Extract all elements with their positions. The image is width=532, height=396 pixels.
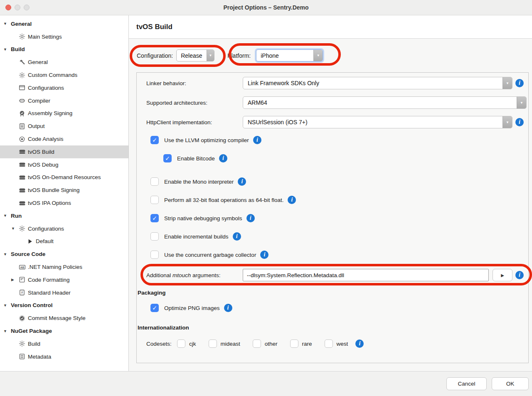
sidebar-item-custom-commands[interactable]: Custom Commands [0, 69, 128, 81]
sidebar-item-configurations[interactable]: Configurations [0, 81, 128, 94]
info-icon[interactable]: i [515, 118, 524, 126]
sidebar-item-label: Commit Message Style [28, 315, 86, 321]
sidebar-item-compiler[interactable]: Compiler [0, 94, 128, 107]
cancel-button[interactable]: Cancel [446, 377, 487, 390]
chevron-down-icon[interactable]: ▼ [502, 77, 512, 89]
option-dropdown[interactable]: ARM64▼ [243, 96, 527, 109]
mtouch-arguments-row: Additional mtouch arguments: ▶ i [146, 268, 527, 282]
mtouch-arguments-label: Additional mtouch arguments: [146, 272, 243, 278]
sidebar-item-net-naming-policies[interactable]: AB.NET Naming Policies [0, 261, 128, 273]
close-window-icon[interactable] [5, 5, 11, 10]
sidebar-item-label: Custom Commands [28, 72, 77, 78]
minimize-window-icon[interactable] [15, 5, 20, 10]
checkbox[interactable]: ✓ [150, 214, 159, 222]
configuration-label: Configuration: [137, 52, 173, 59]
info-icon[interactable]: i [515, 79, 524, 87]
sidebar-item-build[interactable]: Build [0, 337, 128, 350]
chevron-down-icon[interactable]: ▼ [517, 97, 526, 108]
sidebar-item-output[interactable]: Output [0, 120, 128, 133]
checkbox-label: Enable Bitcode [177, 155, 215, 162]
chevron-down-icon[interactable]: ▼ [502, 116, 512, 128]
checkbox[interactable] [150, 251, 159, 259]
codeset-checkbox[interactable] [177, 339, 185, 348]
sidebar-item-tvos-debug[interactable]: tvOS Debug [0, 158, 128, 171]
platform-label: Platform: [227, 52, 251, 59]
expander-down-icon[interactable]: ▼ [3, 214, 11, 218]
platform-dropdown[interactable]: iPhone ▼ [256, 49, 323, 61]
sidebar-item-assembly-signing[interactable]: Assembly Signing [0, 107, 128, 120]
codeset-checkbox[interactable] [209, 339, 217, 348]
sidebar-item-standard-header[interactable]: #Standard Header [0, 286, 128, 299]
sidebar-item-source-code[interactable]: ▼Source Code [0, 248, 128, 261]
window-icon [19, 84, 28, 91]
sidebar-item-label: Output [28, 123, 45, 129]
info-icon[interactable]: i [253, 136, 261, 144]
mtouch-arguments-input[interactable] [243, 269, 489, 281]
expander-down-icon[interactable]: ▼ [3, 252, 11, 256]
expander-down-icon[interactable]: ▼ [3, 22, 11, 26]
sidebar-item-general[interactable]: General [0, 56, 128, 69]
configuration-dropdown[interactable]: Release ▼ [176, 49, 214, 61]
sidebar-item-metadata[interactable]: Metadata [0, 350, 128, 363]
option-row-httpclient-implementation: HttpClient implementation:NSUrlSession (… [146, 116, 527, 128]
internationalization-heading: Internationalization [138, 323, 527, 332]
sidebar-item-tvos-bundle-signing[interactable]: tvOS Bundle Signing [0, 184, 128, 197]
expander-down-icon[interactable]: ▼ [3, 47, 11, 52]
tv-icon [19, 200, 28, 207]
sidebar-item-build[interactable]: ▼Build [0, 43, 128, 56]
sidebar-item-label: Run [11, 213, 22, 219]
expander-down-icon[interactable]: ▼ [3, 329, 11, 333]
sidebar-item-tvos-ipa-options[interactable]: tvOS IPA Options [0, 197, 128, 209]
chevron-down-icon[interactable]: ▼ [313, 50, 323, 61]
gear-icon [19, 225, 28, 232]
checkbox[interactable] [150, 177, 159, 186]
checkbox[interactable]: ✓ [150, 136, 159, 144]
option-value: ARM64 [243, 97, 517, 108]
checkbox[interactable] [150, 232, 159, 241]
info-icon[interactable]: i [246, 214, 255, 222]
info-icon[interactable]: i [224, 304, 232, 312]
sidebar-item-default[interactable]: Default [0, 235, 128, 248]
expander-down-icon[interactable]: ▼ [11, 226, 19, 231]
expander-right-icon[interactable]: ▶ [11, 278, 19, 282]
expander-down-icon[interactable]: ▼ [3, 303, 11, 307]
sidebar-item-nuget-package[interactable]: ▼NuGet Package [0, 325, 128, 337]
info-icon[interactable]: i [219, 154, 227, 162]
sidebar-item-general[interactable]: ▼General [0, 17, 128, 30]
optimize-png-checkbox[interactable]: ✓ [150, 304, 159, 312]
sidebar-item-tvos-on-demand-resources[interactable]: tvOS On-Demand Resources [0, 171, 128, 184]
sidebar-item-code-analysis[interactable]: Code Analysis [0, 133, 128, 145]
options-sidebar-tree: ▼GeneralMain Settings▼BuildGeneralCustom… [0, 15, 129, 371]
info-icon[interactable]: i [355, 339, 364, 348]
sidebar-item-code-formatting[interactable]: ▶Code Formatting [0, 273, 128, 286]
codeset-checkbox[interactable] [290, 339, 298, 348]
sidebar-item-commit-message-style[interactable]: Commit Message Style [0, 312, 128, 325]
info-icon[interactable]: i [260, 251, 268, 259]
sidebar-item-configurations[interactable]: ▼Configurations [0, 222, 128, 235]
info-icon[interactable]: i [288, 196, 296, 204]
codeset-checkbox[interactable] [325, 339, 333, 348]
option-dropdown[interactable]: NSUrlSession (iOS 7+)▼ [243, 116, 512, 128]
option-dropdown[interactable]: Link Framework SDKs Only▼ [243, 77, 512, 89]
info-icon[interactable]: i [233, 232, 241, 241]
checkbox[interactable]: ✓ [163, 154, 172, 162]
sidebar-item-label: Compiler [28, 98, 50, 104]
ab-icon: AB [19, 264, 28, 271]
sidebar-item-tvos-build[interactable]: tvOS Build [0, 145, 128, 158]
sidebar-item-label: tvOS IPA Options [28, 200, 71, 206]
chevron-down-icon[interactable]: ▼ [207, 50, 214, 61]
codeset-label: cjk [189, 341, 196, 347]
checkbox-row-use-the-llvm-optimizing-compiler: ✓Use the LLVM optimizing compileri [150, 135, 527, 145]
codeset-checkbox[interactable] [253, 339, 261, 348]
option-value: NSUrlSession (iOS 7+) [243, 116, 502, 128]
checkbox[interactable] [150, 196, 159, 204]
info-icon[interactable]: i [515, 271, 524, 279]
mtouch-arguments-expand-button[interactable]: ▶ [493, 269, 512, 281]
zoom-window-icon[interactable] [24, 5, 30, 10]
sidebar-item-label: Version Control [11, 302, 53, 308]
sidebar-item-main-settings[interactable]: Main Settings [0, 30, 128, 43]
info-icon[interactable]: i [238, 177, 246, 186]
sidebar-item-run[interactable]: ▼Run [0, 209, 128, 222]
sidebar-item-version-control[interactable]: ▼Version Control [0, 299, 128, 312]
ok-button[interactable]: OK [492, 377, 529, 390]
